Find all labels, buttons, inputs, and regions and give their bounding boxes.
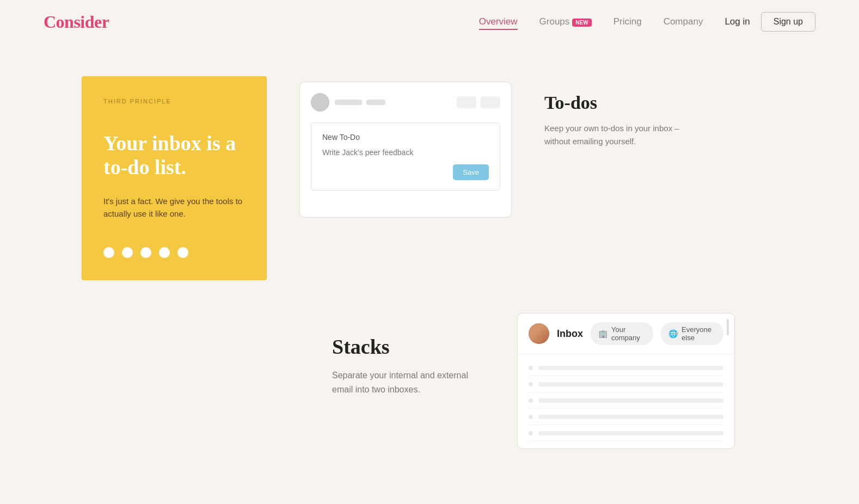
inbox-mockup: Inbox 🏢 Your company 🌐 Everyone else: [517, 313, 735, 449]
badge-label: THIRD PRINCIPLE: [103, 98, 245, 105]
nav-link-overview[interactable]: Overview: [479, 16, 518, 30]
mockup-header: [311, 93, 500, 112]
inbox-row-4: [529, 409, 723, 425]
inbox-tab-everyone-else[interactable]: 🌐 Everyone else: [661, 322, 723, 345]
header-buttons: [457, 96, 500, 108]
header-line-2: [366, 100, 385, 105]
logo[interactable]: Consider: [44, 12, 109, 32]
nav-link-pricing[interactable]: Pricing: [613, 16, 642, 27]
header-btn-2: [481, 96, 500, 108]
row-line-3: [538, 398, 723, 403]
nav-item-overview[interactable]: Overview: [479, 16, 518, 27]
todos-heading: To-dos: [544, 93, 680, 113]
row-line-1: [538, 366, 723, 370]
inbox-tab-your-company-label: Your company: [611, 325, 646, 342]
inbox-row-2: [529, 376, 723, 392]
nav-item-groups[interactable]: GroupsNEW: [539, 16, 592, 27]
header-line-1: [335, 100, 362, 105]
row-dot-4: [529, 415, 533, 419]
todo-area: New To-Do Write Jack's peer feedback Sav…: [299, 76, 805, 218]
stacks-heading: Stacks: [332, 335, 484, 359]
nav-link-groups[interactable]: Groups: [539, 16, 570, 27]
dot-4: [159, 247, 170, 258]
inbox-row-3: [529, 392, 723, 409]
avatar: [311, 93, 329, 112]
dot-1: [103, 247, 114, 258]
todo-input-value[interactable]: Write Jack's peer feedback: [322, 148, 489, 157]
inbox-avatar-inner: [529, 323, 549, 344]
row-dot-2: [529, 382, 533, 386]
row-line-2: [538, 382, 723, 386]
row-dot-1: [529, 366, 533, 370]
row-dot-5: [529, 431, 533, 435]
new-todo-card: New To-Do Write Jack's peer feedback Sav…: [311, 122, 500, 190]
navbar: Consider Overview GroupsNEW Pricing Comp…: [0, 0, 859, 44]
nav-item-company[interactable]: Company: [664, 16, 703, 27]
hero-heading: Your inbox is a to-do list.: [103, 132, 245, 179]
nav-links: Overview GroupsNEW Pricing Company: [479, 16, 703, 27]
row-line-4: [538, 415, 723, 419]
main-content: THIRD PRINCIPLE Your inbox is a to-do li…: [0, 44, 859, 482]
signup-button[interactable]: Sign up: [761, 12, 815, 32]
inbox-tab-your-company[interactable]: 🏢 Your company: [591, 322, 653, 345]
stacks-description: Separate your internal and external emai…: [332, 368, 484, 396]
dot-3: [140, 247, 151, 258]
new-todo-label: New To-Do: [322, 133, 489, 142]
login-button[interactable]: Log in: [725, 16, 750, 27]
nav-item-pricing[interactable]: Pricing: [613, 16, 642, 27]
new-badge: NEW: [572, 19, 591, 27]
globe-icon: 🌐: [668, 329, 678, 338]
todos-description: Keep your own to-dos in your inbox – wit…: [544, 122, 680, 148]
todos-info: To-dos Keep your own to-dos in your inbo…: [544, 82, 680, 148]
dots-row: [103, 236, 245, 269]
stacks-info: Stacks Separate your internal and extern…: [332, 313, 484, 396]
scroll-indicator: [727, 319, 729, 335]
inbox-avatar: [529, 323, 549, 344]
header-lines: [335, 100, 385, 105]
dot-5: [177, 247, 188, 258]
dot-2: [122, 247, 133, 258]
todo-save-button[interactable]: Save: [453, 164, 489, 180]
yellow-card: THIRD PRINCIPLE Your inbox is a to-do li…: [82, 76, 267, 280]
inbox-content-rows: [518, 354, 734, 447]
top-section: THIRD PRINCIPLE Your inbox is a to-do li…: [82, 76, 805, 280]
inbox-tab-everyone-else-label: Everyone else: [682, 325, 716, 342]
inbox-row-5: [529, 425, 723, 441]
bottom-section: Stacks Separate your internal and extern…: [82, 313, 805, 449]
hero-subtext: It's just a fact. We give you the tools …: [103, 195, 245, 220]
todo-mockup: New To-Do Write Jack's peer feedback Sav…: [299, 82, 512, 218]
inbox-row-1: [529, 360, 723, 376]
building-icon: 🏢: [598, 329, 608, 338]
row-line-5: [538, 431, 723, 435]
row-dot-3: [529, 398, 533, 403]
inbox-label: Inbox: [557, 328, 583, 340]
nav-auth: Log in Sign up: [725, 12, 815, 32]
inbox-tab-row: Inbox 🏢 Your company 🌐 Everyone else: [518, 314, 734, 354]
header-btn-1: [457, 96, 476, 108]
nav-link-company[interactable]: Company: [664, 16, 703, 27]
